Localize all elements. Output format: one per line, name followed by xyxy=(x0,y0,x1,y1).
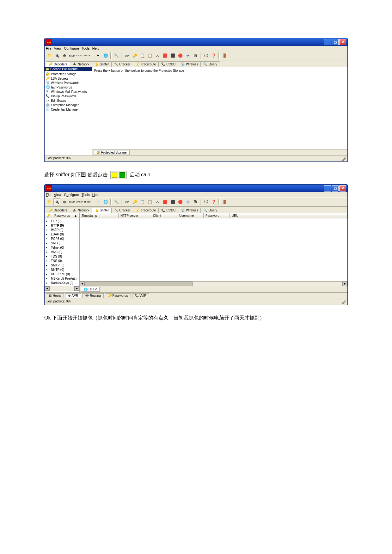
menu-view[interactable]: View xyxy=(54,46,62,50)
tab-decoders[interactable]: 🔑Decoders xyxy=(46,61,70,67)
tool-3[interactable]: NTLM xyxy=(69,198,76,205)
tool-8[interactable]: 🔧 xyxy=(113,52,120,59)
tool-7[interactable]: 🌐 xyxy=(102,198,109,205)
sidebar-hscroll[interactable]: ◀ ▶ xyxy=(45,286,79,291)
sidebar-header[interactable]: 🔑 Passwords ▲ xyxy=(45,213,79,218)
bottom-tab-routing[interactable]: ➕Routing xyxy=(82,293,103,298)
tool-15[interactable]: ⬛ xyxy=(169,52,176,59)
tool-12[interactable]: 📋 xyxy=(146,198,153,205)
sidebar-header[interactable]: 📂Cached Passwords xyxy=(45,67,92,71)
sidebar-item[interactable]: 🔐Protected Storage xyxy=(45,72,91,76)
menu-tools[interactable]: Tools xyxy=(82,46,90,50)
tool-12[interactable]: 📋 xyxy=(146,52,153,59)
col-client[interactable]: Client xyxy=(151,213,177,218)
tool-20[interactable]: ❓ xyxy=(210,198,217,205)
tool-1[interactable]: 🔌 xyxy=(53,52,60,59)
bottom-tab-apr[interactable]: ☢APR xyxy=(65,293,81,298)
tab-ccdu[interactable]: 📞CCDU xyxy=(158,208,178,213)
tool-16[interactable]: 🔴 xyxy=(177,52,184,59)
menu-file[interactable]: File xyxy=(46,46,52,50)
tab-network[interactable]: 🖧Network xyxy=(70,61,92,67)
password-type-item[interactable]: ▪IMAP (0) xyxy=(45,228,79,232)
tool-1[interactable]: 🔌 xyxy=(53,198,60,205)
sidebar-item[interactable]: 🔑LSA Secrets xyxy=(45,76,91,81)
password-type-item[interactable]: ▪TNS (0) xyxy=(45,259,79,263)
tool-19[interactable]: ⓘ xyxy=(203,198,210,205)
maximize-button[interactable]: ▢ xyxy=(332,185,339,192)
password-type-item[interactable]: ▪Telnet (0) xyxy=(45,246,79,250)
password-type-item[interactable]: ▪SMB (0) xyxy=(45,241,79,246)
password-type-item[interactable]: ▪TDS (0) xyxy=(45,254,79,259)
menu-file[interactable]: File xyxy=(46,193,52,197)
password-type-item[interactable]: ▪POP3 (0) xyxy=(45,237,79,241)
tool-17[interactable]: 💀 xyxy=(184,52,191,59)
tool-2[interactable]: ⊕ xyxy=(61,198,68,205)
tool-6[interactable]: + xyxy=(95,198,101,205)
password-type-item[interactable]: ▪FTP (0) xyxy=(45,219,79,223)
tab-wireless[interactable]: 📡Wireless xyxy=(178,61,201,67)
bottom-tab-voip[interactable]: 📞VoIP xyxy=(132,293,149,298)
menu-help[interactable]: Help xyxy=(92,46,100,50)
tool-4[interactable]: SPOOF xyxy=(76,198,83,205)
tab-query[interactable]: 🔍Query xyxy=(200,61,220,67)
tab-cracker[interactable]: 🔨Cracker xyxy=(111,208,133,213)
tool-7[interactable]: 🌐 xyxy=(102,52,109,59)
scroll-right-icon[interactable]: ▶ xyxy=(342,282,347,286)
tool-4[interactable]: SPOOF xyxy=(76,52,83,59)
password-type-item[interactable]: ▪HTTP (0) xyxy=(45,223,79,228)
menu-configure[interactable]: Configure xyxy=(64,46,79,50)
titlebar[interactable]: ain _ ▢ ✕ xyxy=(45,185,347,192)
tab-ccdu[interactable]: 📞CCDU xyxy=(158,61,178,67)
tool-6[interactable]: + xyxy=(95,52,101,59)
maximize-button[interactable]: ▢ xyxy=(332,39,339,45)
tool-5[interactable]: SPOOF xyxy=(84,52,91,59)
tool-10[interactable]: 🔑 xyxy=(131,198,138,205)
scroll-right-icon[interactable]: ▶ xyxy=(74,286,79,291)
tool-5[interactable]: SPOOF xyxy=(84,198,91,205)
col-http-server[interactable]: HTTP server xyxy=(119,213,151,218)
tab-wireless[interactable]: 📡Wireless xyxy=(178,208,201,213)
tool-20[interactable]: ❓ xyxy=(210,52,217,59)
tab-sniffer[interactable]: 👃Sniffer xyxy=(92,208,112,213)
tool-15[interactable]: ⬛ xyxy=(169,198,176,205)
bottom-tab-passwords[interactable]: 🔑Passwords xyxy=(105,293,131,298)
minimize-button[interactable]: _ xyxy=(324,185,331,192)
tool-14[interactable]: 🟥 xyxy=(162,52,168,59)
tool-18[interactable]: 🖹 xyxy=(192,52,199,59)
tool-16[interactable]: 🔴 xyxy=(177,198,184,205)
menu-tools[interactable]: Tools xyxy=(82,193,90,197)
tool-9[interactable]: B64 xyxy=(124,198,131,205)
tool-0[interactable]: 📁 xyxy=(46,52,53,59)
scroll-left-icon[interactable]: ◀ xyxy=(45,286,50,291)
tab-traceroute[interactable]: 🧭Traceroute xyxy=(133,61,159,67)
tool-3[interactable]: NTLM xyxy=(69,52,76,59)
resize-grip[interactable] xyxy=(341,156,346,161)
scroll-left-icon[interactable]: ◀ xyxy=(80,282,85,286)
menu-help[interactable]: Help xyxy=(92,193,100,197)
tab-sniffer[interactable]: 👃Sniffer xyxy=(92,61,112,67)
sidebar-item[interactable]: ✉Windows Mail Passwords xyxy=(45,89,91,94)
tab-query[interactable]: 🔍Query xyxy=(200,208,220,213)
tool-10[interactable]: 🔑 xyxy=(131,52,138,59)
bottom-tab-http[interactable]: 🌐HTTP xyxy=(81,287,100,292)
menu-view[interactable]: View xyxy=(54,193,62,197)
tool-18[interactable]: 🖹 xyxy=(192,198,199,205)
tool-21[interactable]: 🚪 xyxy=(221,198,228,205)
password-type-item[interactable]: ▪DCE/RPC (0) xyxy=(45,272,79,277)
close-button[interactable]: ✕ xyxy=(339,39,346,45)
tool-2[interactable]: ⊕ xyxy=(61,52,68,59)
tool-13[interactable]: DC xyxy=(154,198,161,205)
tool-21[interactable]: 🚪 xyxy=(221,52,228,59)
menu-configure[interactable]: Configure xyxy=(64,193,79,197)
bottom-tab-protected-storage[interactable]: 🔐Protected Storage xyxy=(94,150,130,155)
tool-19[interactable]: ⓘ xyxy=(203,52,210,59)
sidebar-item[interactable]: 🏢Enterprise Manager xyxy=(45,103,91,107)
sidebar-item[interactable]: ▭Edit Boxes xyxy=(45,98,91,103)
bottom-tab-hosts[interactable]: 🖥Hosts xyxy=(46,293,64,298)
password-type-item[interactable]: ▪LDAP (0) xyxy=(45,232,79,237)
tool-11[interactable]: 📋 xyxy=(139,52,146,59)
tool-9[interactable]: B64 xyxy=(124,52,131,59)
password-type-item[interactable]: ▪VNC (0) xyxy=(45,250,79,254)
password-type-item[interactable]: ▪SMTP (0) xyxy=(45,263,79,268)
col-url[interactable]: URL xyxy=(230,213,347,218)
